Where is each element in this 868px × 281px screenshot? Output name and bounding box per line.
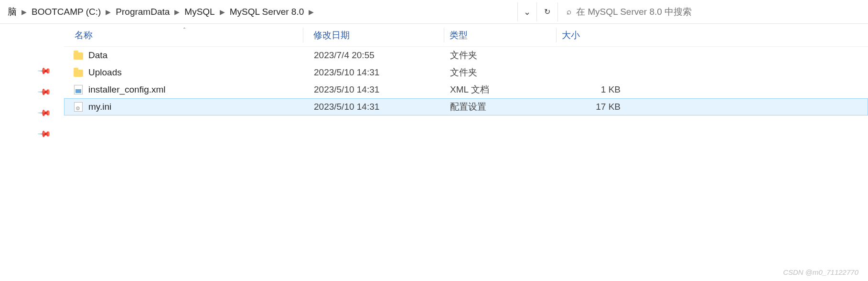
folder-icon	[73, 67, 84, 78]
chevron-right-icon[interactable]: ▶	[173, 8, 181, 16]
breadcrumb-fragment[interactable]: 脑	[4, 4, 21, 20]
file-row[interactable]: installer_config.xml2023/5/10 14:31XML 文…	[64, 81, 868, 98]
file-size: 1 KB	[557, 84, 628, 95]
pin-icon[interactable]: 📌	[37, 105, 52, 120]
file-row[interactable]: Uploads2023/5/10 14:31文件夹	[64, 64, 868, 81]
column-label: 名称	[75, 30, 93, 40]
sort-indicator-icon: ˆ	[183, 27, 185, 34]
file-name-cell: Data	[64, 50, 303, 61]
file-name: my.ini	[88, 102, 111, 112]
chevron-right-icon[interactable]: ▶	[21, 8, 28, 16]
column-header-name[interactable]: 名称 ˆ	[64, 29, 303, 42]
file-row[interactable]: Data2023/7/4 20:55文件夹	[64, 47, 868, 64]
ini-file-icon	[73, 102, 84, 112]
file-type: 文件夹	[444, 66, 557, 79]
address-toolbar: 脑 ▶ BOOTCAMP (C:) ▶ ProgramData ▶ MySQL …	[0, 0, 868, 24]
column-headers: 名称 ˆ 修改日期 类型 大小	[64, 24, 868, 47]
file-type: XML 文档	[444, 83, 557, 96]
history-dropdown-button[interactable]: ⌄	[517, 2, 536, 21]
file-type: 文件夹	[444, 49, 557, 62]
chevron-right-icon[interactable]: ▶	[219, 8, 226, 16]
breadcrumb[interactable]: 脑 ▶ BOOTCAMP (C:) ▶ ProgramData ▶ MySQL …	[0, 0, 517, 23]
file-name: Uploads	[88, 67, 122, 78]
file-name: Data	[88, 50, 107, 61]
file-row[interactable]: my.ini2023/5/10 14:31配置设置17 KB	[64, 98, 868, 115]
column-header-date[interactable]: 修改日期	[303, 29, 444, 42]
quick-access-sidebar: 📌 📌 📌 📌	[0, 24, 64, 281]
breadcrumb-item[interactable]: ProgramData	[112, 5, 173, 19]
search-input[interactable]	[576, 7, 859, 17]
watermark: CSDN @m0_71122770	[783, 268, 858, 276]
refresh-button[interactable]: ↻	[536, 2, 557, 21]
refresh-icon: ↻	[544, 7, 550, 16]
file-listing: 名称 ˆ 修改日期 类型 大小 Data2023/7/4 20:55文件夹Upl…	[64, 24, 868, 281]
breadcrumb-item[interactable]: MySQL Server 8.0	[226, 5, 308, 19]
column-divider[interactable]	[444, 28, 444, 42]
xml-file-icon	[73, 84, 84, 95]
file-type: 配置设置	[444, 101, 557, 113]
breadcrumb-item[interactable]: BOOTCAMP (C:)	[28, 5, 105, 19]
file-name-cell: Uploads	[64, 67, 303, 78]
pin-icon[interactable]: 📌	[37, 84, 52, 99]
column-header-size[interactable]: 大小	[556, 29, 628, 42]
file-date: 2023/5/10 14:31	[303, 67, 444, 78]
column-divider[interactable]	[303, 28, 303, 42]
content-area: 📌 📌 📌 📌 名称 ˆ 修改日期 类型 大小 Data2023/7/4 20:…	[0, 24, 868, 281]
chevron-down-icon: ⌄	[524, 7, 531, 17]
file-name-cell: installer_config.xml	[64, 84, 303, 95]
chevron-right-icon[interactable]: ▶	[308, 8, 315, 16]
chevron-right-icon[interactable]: ▶	[105, 8, 112, 16]
file-name-cell: my.ini	[64, 102, 303, 112]
breadcrumb-item[interactable]: MySQL	[181, 5, 218, 19]
pin-icon[interactable]: 📌	[37, 63, 52, 78]
file-date: 2023/7/4 20:55	[303, 50, 444, 61]
file-date: 2023/5/10 14:31	[303, 102, 444, 112]
file-name: installer_config.xml	[88, 84, 166, 95]
file-size: 17 KB	[557, 102, 628, 112]
column-divider[interactable]	[556, 28, 557, 42]
pin-icon[interactable]: 📌	[37, 126, 52, 141]
file-date: 2023/5/10 14:31	[303, 84, 444, 95]
folder-icon	[73, 50, 84, 61]
search-icon: ⌕	[567, 7, 571, 17]
column-header-type[interactable]: 类型	[444, 29, 556, 42]
searchbox[interactable]: ⌕	[557, 2, 868, 21]
